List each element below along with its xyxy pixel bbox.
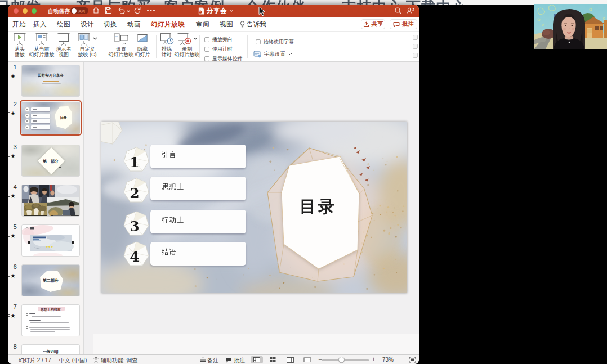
toolbar-separator xyxy=(247,35,248,58)
slide-1-thumbnail[interactable]: 田野实习分享会 xyxy=(21,65,80,97)
toc-gem-badge-2[interactable]: 2 xyxy=(123,178,149,204)
slide-2-number: 2 xyxy=(9,101,17,107)
share-label: 共享 xyxy=(372,20,383,28)
undo-icon[interactable] xyxy=(118,7,126,15)
title-dropdown-chevron[interactable] xyxy=(229,10,234,12)
toc-gem-badge-1[interactable]: 1 xyxy=(123,147,149,173)
slide-5-number: 5 xyxy=(9,223,17,230)
record-slideshow-button[interactable]: 录制 幻灯片放映 xyxy=(171,33,203,57)
document-title-group[interactable]: P 分享会 xyxy=(198,6,234,15)
slide-7-animation-star[interactable]: ★ xyxy=(8,313,16,319)
tab-draw[interactable]: 绘图 xyxy=(57,20,70,29)
toc-item-bar-2[interactable]: 思想上 xyxy=(150,177,246,200)
tab-transitions[interactable]: 切换 xyxy=(104,20,117,29)
toc-number: 1 xyxy=(122,150,148,176)
autosave-toggle[interactable]: 关闭 xyxy=(70,7,88,14)
share-button[interactable]: 共享 xyxy=(361,19,385,29)
slide-3-animation-star[interactable]: ★ xyxy=(8,153,16,159)
toc-number: 4 xyxy=(122,244,148,270)
checkbox-label: 始终使用字幕 xyxy=(264,38,294,46)
thumb-video-slide xyxy=(22,225,80,257)
slide-editor-surface[interactable]: 引言 思想上 行动上 结语 xyxy=(101,122,407,293)
tab-view[interactable]: 视图 xyxy=(220,20,233,29)
language-indicator[interactable]: 中文 (中国) xyxy=(59,357,87,364)
slide-5-animation-star[interactable]: ★ xyxy=(8,233,16,239)
notes-pane[interactable] xyxy=(93,334,419,354)
slide-6-animation-star[interactable]: ★ xyxy=(8,273,16,279)
search-icon[interactable] xyxy=(394,7,402,15)
toc-gem-badge-3[interactable]: 3 xyxy=(123,211,149,237)
slideshow-view-icon[interactable] xyxy=(304,357,311,363)
tab-animations[interactable]: 动画 xyxy=(127,20,141,29)
zoom-out-button[interactable]: − xyxy=(318,356,322,363)
custom-show-button[interactable]: 自定义 放映 (C) xyxy=(72,33,103,57)
tell-me-button[interactable]: 告诉我 xyxy=(240,20,266,29)
undo-dropdown-chevron[interactable] xyxy=(126,10,131,13)
thumb-dot xyxy=(59,167,61,168)
zoom-window-button[interactable] xyxy=(32,8,37,14)
screen-share-stage: 日邮发 产品与购买 客户案例 合作伙伴 支持中心 下载中心 xyxy=(0,0,607,364)
save-icon[interactable] xyxy=(105,7,112,14)
checkbox-play-narrations[interactable]: 播放旁白 xyxy=(204,36,233,43)
slide-2-animation-star[interactable]: ★ xyxy=(8,110,16,116)
tell-me-label: 告诉我 xyxy=(247,20,266,29)
checkbox xyxy=(204,56,209,61)
toc-item-bar-3[interactable]: 行动上 xyxy=(150,210,246,233)
slide-1-animation-star[interactable]: ★ xyxy=(8,73,16,79)
subtitle-settings-button[interactable]: 字幕设置 xyxy=(253,51,292,58)
toc-number: 2 xyxy=(122,181,148,206)
slide-6-thumbnail[interactable]: 第二部分 xyxy=(21,264,80,296)
slide-3-thumbnail[interactable]: 第一部分 xyxy=(21,145,80,177)
presenter-view-icon xyxy=(56,33,71,46)
toc-item-bar-1[interactable]: 引言 xyxy=(150,145,246,168)
slide-8-number: 8 xyxy=(9,343,17,350)
slide-5-thumbnail[interactable] xyxy=(21,224,80,257)
autosave-toggle-knob xyxy=(72,8,77,14)
comments-button[interactable]: 批注 xyxy=(390,19,417,29)
tab-home[interactable]: 开始 xyxy=(12,20,26,29)
tab-design[interactable]: 设计 xyxy=(81,20,94,29)
thumb-title: 田野实习分享会 xyxy=(22,73,79,78)
checkbox xyxy=(204,37,209,42)
minimize-window-button[interactable] xyxy=(23,8,28,14)
thumb-photo-collage xyxy=(22,185,80,217)
comments-label: 批注 xyxy=(402,20,414,28)
slide-1-number: 1 xyxy=(9,64,17,70)
close-window-button[interactable] xyxy=(14,8,19,14)
record-slideshow-icon xyxy=(176,33,198,46)
slide-7-thumbnail[interactable]: 思想上的收获 xyxy=(21,304,80,336)
notes-toggle[interactable]: 备注 xyxy=(207,357,218,364)
redo-icon[interactable] xyxy=(133,7,141,15)
tab-slideshow[interactable]: 幻灯片放映 xyxy=(151,20,185,29)
presence-icon[interactable] xyxy=(406,7,416,15)
slide-sorter-view-icon[interactable] xyxy=(270,357,276,362)
thumb-list-icon xyxy=(26,326,28,329)
thumb-underline xyxy=(43,284,59,284)
slide-4-thumbnail[interactable] xyxy=(21,185,80,217)
zoom-slider-track[interactable] xyxy=(322,359,369,361)
zoom-in-button[interactable]: + xyxy=(372,356,376,363)
toc-item-label: 行动上 xyxy=(162,215,184,225)
slide-8-thumbnail[interactable]: 一段Vlog xyxy=(21,344,80,354)
zoom-slider-knob[interactable] xyxy=(338,357,345,363)
accessibility-status[interactable]: 辅助功能: 调查 xyxy=(101,357,138,364)
toc-item-bar-4[interactable]: 结语 xyxy=(150,242,246,266)
thumb-list-icon xyxy=(26,313,28,316)
tab-insert[interactable]: 插入 xyxy=(33,20,47,29)
slide-2-thumbnail[interactable]: 目录 xyxy=(21,102,80,134)
toc-gem-badge-4[interactable]: 4 xyxy=(123,241,149,267)
comment-icon xyxy=(393,21,400,28)
reading-view-icon[interactable] xyxy=(287,357,294,363)
tab-review[interactable]: 审阅 xyxy=(196,20,209,29)
more-commands-icon[interactable] xyxy=(146,9,155,12)
thumb-title: 一段Vlog xyxy=(22,349,79,354)
slide-title[interactable]: 目录 xyxy=(300,196,337,218)
fit-to-window-icon[interactable] xyxy=(409,357,416,363)
checkbox-always-use-subtitles[interactable]: 始终使用字幕 xyxy=(256,38,294,46)
slide-2-selection-frame: 目录 xyxy=(20,100,82,136)
comments-toggle[interactable]: 批注 xyxy=(234,357,245,364)
home-icon[interactable] xyxy=(92,7,100,14)
slide-4-animation-star[interactable]: ★ xyxy=(8,193,16,199)
zoom-level[interactable]: 73% xyxy=(382,357,394,363)
checkbox-use-timings[interactable]: 使用计时 xyxy=(204,46,233,53)
